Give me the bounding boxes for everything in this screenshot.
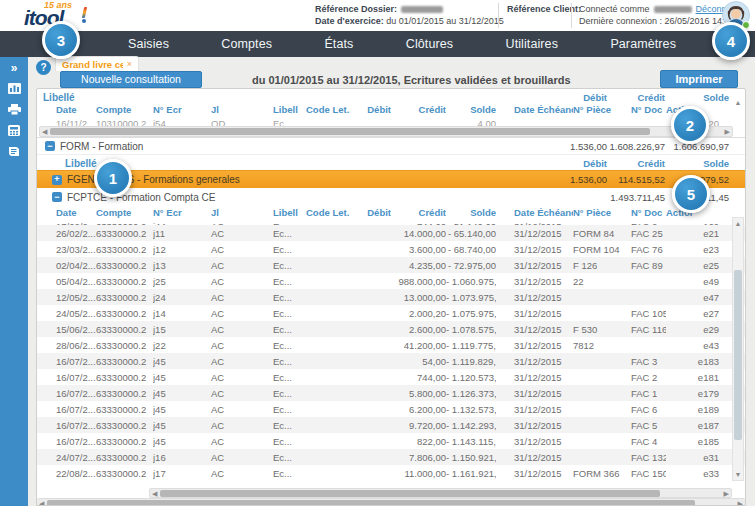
cell-ecriture-ref[interactable]: e27 <box>692 308 719 319</box>
table-row[interactable]: 16/07/2... 63330000.2 j45 AC Ec... 54,00… <box>37 353 745 369</box>
col-libelle[interactable]: Libellé <box>37 92 519 103</box>
col-credit[interactable]: Crédit <box>391 207 446 218</box>
col-date-echeance[interactable]: Date Échéance <box>514 207 573 218</box>
cell-ecriture-ref[interactable]: e25 <box>692 260 719 271</box>
scroll-down-arrow[interactable]: ▼ <box>733 471 743 478</box>
col-group-credit[interactable]: Crédit <box>607 92 665 103</box>
col-group-solde[interactable]: Solde <box>665 92 729 103</box>
vertical-scrollbar[interactable]: ▲ ▼ <box>732 217 744 481</box>
table-row[interactable]: 24/05/2... 63330000.2 j14 AC Ec... 2.000… <box>37 305 745 321</box>
expand-toggle-icon[interactable]: + <box>52 175 62 185</box>
table-row[interactable]: 02/04/2... 63330000.2 j13 AC Ec... 4.235… <box>37 257 745 273</box>
group-row-fcptce[interactable]: − FCPTCE - Formation Compta CE 1.493.711… <box>37 188 745 206</box>
group-row-form[interactable]: − FORM - Formation 1.536,00 1.608.226,97… <box>37 137 745 155</box>
table-row[interactable]: 16/07/2... 63330000.2 j45 AC Ec... 9.720… <box>37 417 745 433</box>
col-journal[interactable]: Jl <box>211 104 273 115</box>
table-row[interactable]: 15/06/2... 63330000.2 j15 AC Ec... 2.600… <box>37 321 745 337</box>
tab-close-icon[interactable]: × <box>127 60 132 69</box>
col-debit[interactable]: Débit <box>351 207 391 218</box>
cell-ecriture-ref[interactable]: e47 <box>692 292 719 303</box>
col-solde[interactable]: Solde <box>446 207 496 218</box>
print-icon[interactable] <box>0 99 28 120</box>
horizontal-scrollbar-outer[interactable]: ◀ ▶ <box>37 498 745 506</box>
col-group-debit[interactable]: Débit <box>519 92 607 103</box>
col-libell[interactable]: Libell <box>273 104 306 115</box>
nav-clotures[interactable]: Clôtures <box>406 37 453 51</box>
table-row[interactable]: 24/07/2... 63330000.2 j16 AC Ec... 7.806… <box>37 449 745 465</box>
table-row[interactable]: 22/08/2... 63330000.2 j17 AC Ec... 11.00… <box>37 465 745 481</box>
scroll-left-arrow[interactable]: ◀ <box>42 127 47 136</box>
col-num-ecr[interactable]: N° Ecr <box>153 104 211 115</box>
calculator-icon[interactable] <box>0 120 28 141</box>
col-num-ecr[interactable]: N° Ecr <box>153 207 211 218</box>
col-solde[interactable]: Solde <box>446 104 496 115</box>
collapse-panel-icon[interactable]: » <box>0 57 28 78</box>
nav-utilitaires[interactable]: Utilitaires <box>506 37 559 51</box>
scroll-up-arrow[interactable]: ▲ <box>733 220 743 227</box>
table-row[interactable]: 17/02/2... 63330000.2 j44 AC Ec... 744,0… <box>37 218 745 225</box>
col-journal[interactable]: Jl <box>211 207 273 218</box>
nav-etats[interactable]: États <box>324 37 353 51</box>
col-date-echeance[interactable]: Date Échéance <box>514 104 573 115</box>
table-row[interactable]: 12/05/2... 63330000.2 j24 AC Ec... 13.00… <box>37 289 745 305</box>
col-credit[interactable]: Crédit <box>391 104 446 115</box>
table-row[interactable]: 16/11/2... 10310000.2 j54 OD Ec... 4,00 … <box>37 115 745 126</box>
table-row[interactable]: 16/07/2... 63330000.2 j45 AC Ec... 822,0… <box>37 433 745 449</box>
scroll-right-arrow[interactable]: ▶ <box>738 499 743 506</box>
table-row[interactable]: 16/07/2... 63330000.2 j45 AC Ec... 6.200… <box>37 401 745 417</box>
col-num-piece[interactable]: N° Pièce <box>573 104 631 115</box>
print-button[interactable]: Imprimer <box>660 70 738 88</box>
cell-ecriture-ref[interactable]: e185 <box>692 436 719 447</box>
scrollbar-thumb[interactable] <box>47 500 695 506</box>
col-num-doc[interactable]: N° Doc <box>631 207 666 218</box>
col-debit[interactable]: Débit <box>351 104 391 115</box>
table-row[interactable]: 23/03/2... 63330000.2 j12 AC Ec... 3.600… <box>37 241 745 257</box>
horizontal-scrollbar-top[interactable]: ◀ ▶ <box>39 126 733 137</box>
nav-saisies[interactable]: Saisies <box>128 37 169 51</box>
scroll-left-arrow[interactable]: ◀ <box>152 489 157 498</box>
cell-ecriture-ref[interactable]: e29 <box>692 324 719 335</box>
cell-ecriture-ref[interactable]: e183 <box>692 356 719 367</box>
cell-ecriture-ref[interactable]: e179 <box>692 388 719 399</box>
col-compte[interactable]: Compte <box>96 104 153 115</box>
cell-ecriture-ref[interactable]: e187 <box>692 420 719 431</box>
cell-ecriture-ref[interactable]: e33 <box>692 468 719 479</box>
tab-grand-livre[interactable]: Grand livre ce × <box>55 56 139 71</box>
horizontal-scrollbar-inner[interactable]: ◀ ▶ <box>149 488 732 498</box>
col-num-doc[interactable]: N° Doc <box>631 104 666 115</box>
nav-comptes[interactable]: Comptes <box>221 37 272 51</box>
scrollbar-thumb[interactable] <box>160 490 660 497</box>
nav-parametres[interactable]: Paramètres <box>610 37 676 51</box>
col-group-debit[interactable]: Débit <box>519 158 607 169</box>
col-date[interactable]: Date <box>56 104 96 115</box>
table-row[interactable]: 28/06/2... 63330000.2 j22 AC Ec... 41.20… <box>37 337 745 353</box>
table-row[interactable]: 16/07/2... 63330000.2 j45 AC Ec... 744,0… <box>37 369 745 385</box>
col-compte[interactable]: Compte <box>96 207 153 218</box>
new-consultation-button[interactable]: Nouvelle consultation <box>60 71 202 88</box>
cell-ecriture-ref[interactable]: e181 <box>692 372 719 383</box>
col-code-let[interactable]: Code Let. <box>306 207 351 218</box>
scrollbar-thumb[interactable] <box>50 128 650 135</box>
group-row-fgenerales-selected[interactable]: + FGENERALES - Formations generales 1.53… <box>37 170 745 188</box>
table-row[interactable]: 26/02/2... 63330000.2 j11 AC Ec... 14.00… <box>37 225 745 241</box>
col-code-let[interactable]: Code Let. <box>306 104 351 115</box>
scroll-left-arrow[interactable]: ◀ <box>39 499 44 506</box>
col-num-piece[interactable]: N° Pièce <box>573 207 631 218</box>
cell-ecriture-ref[interactable]: e23 <box>692 244 719 255</box>
bar-chart-icon[interactable] <box>0 78 28 99</box>
col-group-solde[interactable]: Solde <box>665 158 729 169</box>
cell-ecriture-ref[interactable]: e43 <box>692 340 719 351</box>
cell-ecriture-ref[interactable]: e189 <box>692 404 719 415</box>
scroll-right-arrow[interactable]: ▶ <box>725 127 730 136</box>
col-group-credit[interactable]: Crédit <box>607 158 665 169</box>
journal-icon[interactable] <box>0 141 28 162</box>
cell-ecriture-ref[interactable]: e21 <box>692 228 719 239</box>
scroll-right-arrow[interactable]: ▶ <box>724 489 729 498</box>
col-date[interactable]: Date <box>56 207 96 218</box>
cell-ecriture-ref[interactable]: e31 <box>692 452 719 463</box>
scroll-up-arrow[interactable]: ▲ <box>733 99 743 106</box>
scrollbar-thumb[interactable] <box>734 270 742 440</box>
help-icon[interactable]: ? <box>36 60 51 75</box>
col-libell[interactable]: Libell <box>273 207 306 218</box>
collapse-toggle-icon[interactable]: − <box>52 192 62 202</box>
